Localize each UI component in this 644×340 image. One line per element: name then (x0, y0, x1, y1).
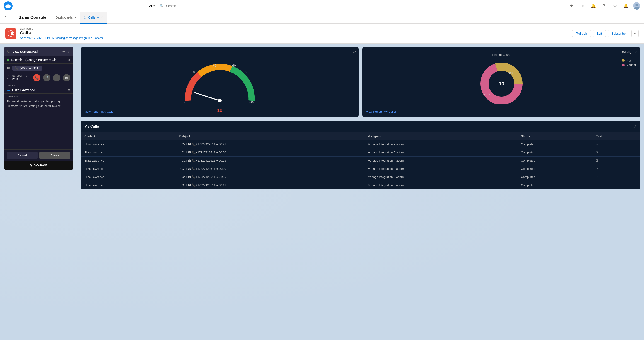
tab-calls[interactable]: ⏱ Calls ▾ ✕ (80, 12, 107, 24)
cell-subject[interactable]: ↑ Call ☎ 📞+17327429511 ● 00:25 (176, 157, 364, 165)
gauge-container: 0 20 40 60 80 100 (84, 51, 355, 112)
transfer-button[interactable]: ⊞ (63, 74, 70, 81)
cell-assigned[interactable]: Vonage Integration Platform (364, 173, 517, 181)
contact-pad-title: VBC ContactPad (12, 50, 38, 54)
comments-section: Comments Returned customer call regardin… (4, 94, 74, 149)
cell-task[interactable]: ☑ (592, 181, 640, 189)
cell-task[interactable]: ☑ (592, 165, 640, 173)
gauge-value: 10 (84, 108, 355, 113)
tab-dashboards-chevron: ▾ (74, 16, 76, 19)
legend-high-dot (622, 59, 624, 62)
notifications-icon[interactable]: 🔔 (590, 2, 597, 10)
top-nav: All ▾ 🔍 ★ ⊕ 🔔 ? ⚙ 🔔 (0, 0, 644, 12)
cell-subject[interactable]: ↑ Call ☎ 📞+17327429511 ● 00:11 (176, 181, 364, 189)
table-expand-button[interactable]: ⤢ (634, 124, 637, 128)
svg-text:10: 10 (498, 81, 504, 86)
cell-subject[interactable]: ↑ Call ☎ 📞+17327429511 ● 00:21 (176, 140, 364, 148)
user-avatar[interactable] (633, 2, 640, 10)
close-contact-icon[interactable]: ✕ (68, 88, 70, 92)
contact-section-label: Contact (7, 84, 70, 87)
tab-dashboards[interactable]: Dashboards ▾ (52, 12, 80, 24)
salesforce-logo[interactable] (4, 1, 13, 10)
grid-icon[interactable]: ⋮⋮⋮ (4, 15, 16, 20)
donut-svg: 10 30% 70% (472, 59, 531, 104)
dashboard-title-area: Dashboard Calls As of Mar 17, 2021, 1:19… (20, 27, 103, 40)
favorites-icon[interactable]: ★ (568, 2, 575, 10)
cell-contact[interactable]: Eliza Lawrence (81, 140, 176, 148)
alerts-icon[interactable]: 🔔 (622, 2, 630, 10)
expand-icon[interactable]: ⤢ (67, 50, 70, 54)
edit-button[interactable]: Edit (593, 30, 606, 37)
search-scope-selector[interactable]: All ▾ (147, 2, 157, 10)
phone-number: (732) 742-9511 (20, 66, 40, 70)
col-contact[interactable]: Contact (81, 132, 176, 140)
search-scope-chevron: ▾ (154, 4, 155, 8)
cell-assigned[interactable]: Vonage Integration Platform (364, 165, 517, 173)
cell-assigned[interactable]: Vonage Integration Platform (364, 148, 517, 157)
more-actions-button[interactable]: ▾ (631, 30, 638, 37)
charts-area: ⤢ 0 20 (77, 44, 644, 340)
hold-button[interactable]: ⏸ (53, 74, 60, 81)
cell-contact[interactable]: Eliza Lawrence (81, 165, 176, 173)
table-row: Eliza Lawrence ↑ Call ☎ 📞+17327429511 ● … (81, 173, 640, 181)
donut-expand-button[interactable]: ⤢ (635, 50, 638, 54)
dashboard-title: Calls (20, 30, 103, 36)
add-icon[interactable]: ⊕ (579, 2, 586, 10)
cell-subject[interactable]: ↑ Call ☎ 📞+17327429511 ● 00:00 (176, 165, 364, 173)
gauge-expand-button[interactable]: ⤢ (353, 50, 356, 54)
cell-contact[interactable]: Eliza Lawrence (81, 181, 176, 189)
legend-normal-label: Normal (626, 63, 636, 67)
cell-task[interactable]: ☑ (592, 157, 640, 165)
donut-view-report[interactable]: View Report (My Calls) (366, 110, 396, 113)
cell-task[interactable]: ☑ (592, 148, 640, 157)
search-input[interactable] (164, 2, 305, 10)
dashboard-header-left: Dashboard Calls As of Mar 17, 2021, 1:19… (6, 27, 103, 40)
svg-text:80: 80 (245, 70, 248, 74)
cell-assigned[interactable]: Vonage Integration Platform (364, 140, 517, 148)
subscribe-button[interactable]: Subscribe (608, 30, 630, 37)
table-row: Eliza Lawrence ↑ Call ☎ 📞+17327429511 ● … (81, 165, 640, 173)
donut-title-area: Record Count (366, 53, 637, 56)
cell-subject[interactable]: ↑ Call ☎ 📞+17327429511 ● 01:50 (176, 173, 364, 181)
cell-task[interactable]: ☑ (592, 173, 640, 181)
contact-pad-title-row: 📞 VBC ContactPad (7, 50, 38, 54)
end-call-button[interactable]: 📞 (33, 74, 40, 81)
settings-icon[interactable]: ⚙ (611, 2, 618, 10)
cell-subject[interactable]: ↑ Call ☎ 📞+17327429511 ● 00:00 (176, 148, 364, 157)
cell-contact[interactable]: Eliza Lawrence (81, 148, 176, 157)
phone-area: ☎ 📞 (732) 742-9511 (7, 66, 42, 71)
cell-contact[interactable]: Eliza Lawrence (81, 173, 176, 181)
create-button[interactable]: Create (40, 152, 70, 159)
call-controls: 📞 🎤 ⏸ ⊞ (33, 74, 70, 81)
my-calls-card: My Calls ⤢ Contact Subject Assigned Stat… (81, 120, 640, 189)
cell-assigned[interactable]: Vonage Integration Platform (364, 157, 517, 165)
cell-status: Completed (517, 181, 592, 189)
legend-high-label: High (626, 58, 632, 62)
gauge-view-report[interactable]: View Report (My Calls) (84, 110, 114, 113)
settings-gear-icon[interactable]: ⚙ (68, 58, 70, 62)
cell-status: Completed (517, 157, 592, 165)
phone-number-btn[interactable]: 📞 (732) 742-9511 (12, 66, 42, 71)
phone-icon-inline: 📞 (15, 66, 18, 70)
table-row: Eliza Lawrence ↑ Call ☎ 📞+17327429511 ● … (81, 157, 640, 165)
cell-status: Completed (517, 173, 592, 181)
col-assigned: Assigned (364, 132, 517, 140)
refresh-button[interactable]: Refresh (572, 30, 591, 37)
minimize-icon[interactable]: ─ (62, 50, 65, 54)
cell-task[interactable]: ☑ (592, 140, 640, 148)
help-icon[interactable]: ? (600, 2, 608, 10)
cell-assigned[interactable]: Vonage Integration Platform (364, 181, 517, 189)
table-row: Eliza Lawrence ↑ Call ☎ 📞+17327429511 ● … (81, 181, 640, 189)
search-bar: All ▾ 🔍 (146, 2, 305, 10)
tab-calls-close[interactable]: ✕ (100, 16, 103, 19)
contact-section: Contact ☁ Eliza Lawrence ✕ (4, 83, 74, 94)
cell-contact[interactable]: Eliza Lawrence (81, 157, 176, 165)
tabs-bar: Dashboards ▾ ⏱ Calls ▾ ✕ (52, 12, 107, 24)
contact-pad-name: Ivenezia9 (Vonage Business Clo... (11, 58, 59, 62)
cancel-button[interactable]: Cancel (7, 152, 38, 159)
dashboard-actions: Refresh Edit Subscribe ▾ (572, 30, 638, 37)
table-header: Contact Subject Assigned Status Task (81, 132, 640, 140)
svg-text:20: 20 (192, 70, 195, 74)
mute-button[interactable]: 🎤 (43, 74, 50, 81)
contact-name-area: Ivenezia9 (Vonage Business Clo... (7, 58, 59, 62)
